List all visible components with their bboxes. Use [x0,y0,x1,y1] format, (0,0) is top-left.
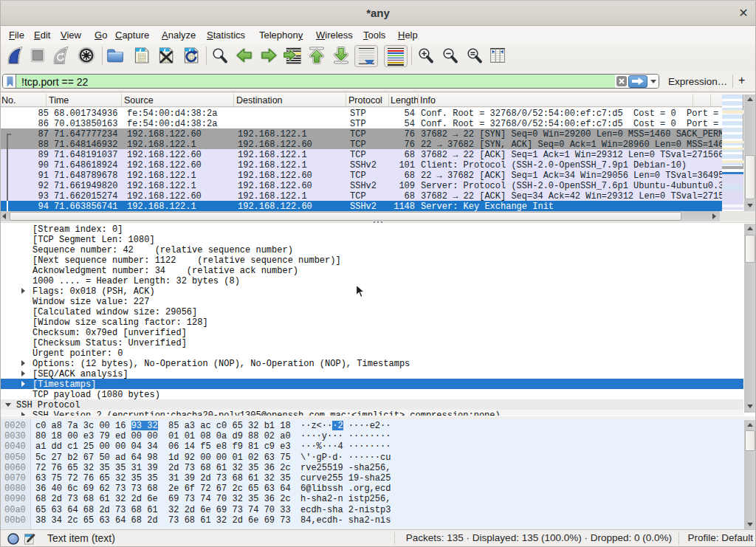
svg-text:0011: 0011 [137,59,146,63]
